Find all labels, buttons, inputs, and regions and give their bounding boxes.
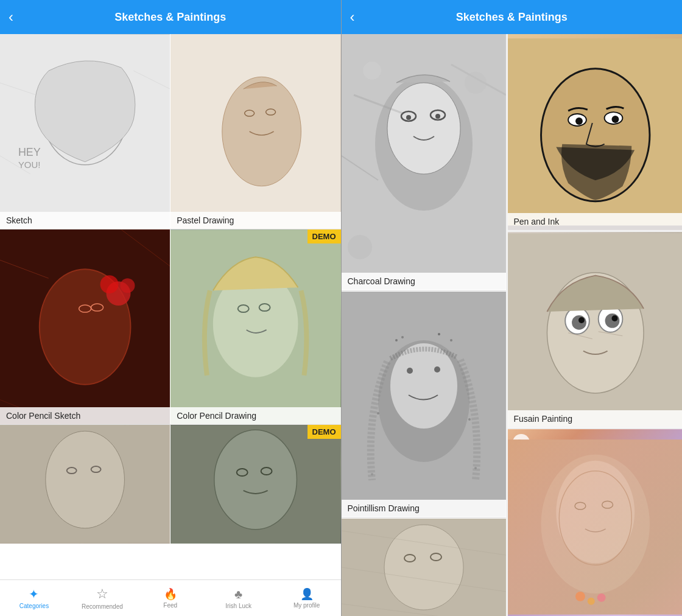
list-item[interactable]: DEMO <box>170 425 340 544</box>
list-item[interactable]: Fusain Painting <box>508 232 683 428</box>
item-label-cpencil: Color Pencil Drawing <box>170 407 340 424</box>
list-item[interactable]: ↻ <box>508 429 683 616</box>
list-item[interactable]: HEY YOU! Sketch <box>0 34 170 229</box>
item-label-sketch: Sketch <box>0 212 170 229</box>
right-scroll-area: Charcoal Drawing <box>342 34 683 616</box>
irish-luck-icon: ♣ <box>234 587 242 601</box>
right-header: ‹ Sketches & Paintings <box>342 0 683 34</box>
item-label-charcoal: Charcoal Drawing <box>342 273 506 290</box>
right-side-column: Pen and Ink <box>508 34 683 616</box>
list-item[interactable]: Pen and Ink <box>508 34 683 230</box>
tab-categories[interactable]: ✦ Categories <box>0 580 68 616</box>
svg-point-41 <box>435 114 440 119</box>
recommended-icon: ☆ <box>96 586 108 602</box>
profile-tab-label: My profile <box>294 602 320 609</box>
right-content: Charcoal Drawing <box>342 34 683 616</box>
left-panel: ‹ Sketches & Paintings HEY YOU! <box>0 0 341 616</box>
left-row-1: HEY YOU! Sketch <box>0 34 341 229</box>
svg-point-72 <box>575 117 583 125</box>
svg-point-28 <box>46 431 125 528</box>
feed-icon: 🔥 <box>164 587 177 601</box>
item-label-pastel: Pastel Drawing <box>170 212 340 229</box>
svg-point-73 <box>611 116 619 123</box>
left-header: ‹ Sketches & Paintings <box>0 0 341 34</box>
tab-feed[interactable]: 🔥 Feed <box>136 580 205 616</box>
svg-point-40 <box>406 115 411 120</box>
right-main-column: Charcoal Drawing <box>342 34 506 616</box>
svg-point-62 <box>384 525 463 610</box>
svg-point-78 <box>572 315 586 330</box>
left-row-2: Color Pencil Sketch DEMO <box>0 229 341 424</box>
list-item[interactable]: DEMO Color Pencil Drawing <box>170 229 340 424</box>
left-row-3: DEMO <box>0 425 341 544</box>
svg-point-17 <box>120 278 135 293</box>
list-item[interactable]: Charcoal Drawing <box>342 34 506 290</box>
right-back-button[interactable]: ‹ <box>350 9 355 26</box>
svg-text:YOU!: YOU! <box>18 159 41 170</box>
left-grid: HEY YOU! Sketch <box>0 34 341 544</box>
svg-point-93 <box>597 593 605 602</box>
list-item[interactable]: Pastel Drawing <box>170 34 340 229</box>
item-label-colorsketch: Color Pencil Sketch <box>0 407 170 424</box>
right-header-title: Sketches & Paintings <box>456 11 568 24</box>
svg-point-55 <box>438 333 440 335</box>
tab-recommended[interactable]: ☆ Recommended <box>68 580 136 616</box>
tab-irish-luck[interactable]: ♣ Irish Luck <box>205 580 273 616</box>
tab-my-profile[interactable]: 👤 My profile <box>273 580 341 616</box>
list-item[interactable]: Color Pencil Sketch <box>0 229 170 424</box>
svg-point-80 <box>578 317 584 323</box>
demo-badge: DEMO <box>308 425 341 439</box>
demo-badge: DEMO <box>308 229 341 243</box>
svg-point-92 <box>587 598 594 605</box>
svg-point-16 <box>100 275 119 293</box>
list-item[interactable] <box>0 425 170 544</box>
right-panel: ‹ Sketches & Paintings <box>342 0 683 616</box>
feed-tab-label: Feed <box>163 602 177 609</box>
svg-point-79 <box>605 313 619 328</box>
recommended-tab-label: Recommended <box>82 603 123 610</box>
svg-rect-87 <box>508 439 683 614</box>
svg-point-56 <box>450 339 452 341</box>
svg-point-58 <box>468 418 471 421</box>
item-label-pointillism: Pointillism Drawing <box>342 500 506 517</box>
left-back-button[interactable]: ‹ <box>9 9 13 26</box>
svg-point-37 <box>387 83 460 174</box>
item-label-penink: Pen and Ink <box>508 213 683 230</box>
profile-icon: 👤 <box>300 587 314 601</box>
categories-icon: ✦ <box>29 587 39 601</box>
list-item[interactable]: Pointillism Drawing <box>342 292 506 517</box>
svg-point-51 <box>407 368 413 374</box>
irish-luck-tab-label: Irish Luck <box>225 603 251 609</box>
left-header-title: Sketches & Paintings <box>114 11 226 24</box>
categories-tab-label: Categories <box>19 603 49 609</box>
svg-point-81 <box>611 315 617 321</box>
svg-point-46 <box>465 72 487 94</box>
svg-point-54 <box>401 336 404 338</box>
left-tab-bar: ✦ Categories ☆ Recommended 🔥 Feed ♣ Iris… <box>0 579 341 616</box>
svg-point-53 <box>395 339 398 341</box>
svg-point-52 <box>434 366 440 373</box>
svg-point-91 <box>575 592 585 601</box>
svg-point-10 <box>222 77 301 186</box>
svg-point-47 <box>348 235 372 259</box>
left-scroll-area: HEY YOU! Sketch <box>0 34 341 579</box>
svg-point-32 <box>214 430 297 530</box>
item-label-fusain: Fusain Painting <box>508 410 683 427</box>
svg-point-45 <box>363 61 381 80</box>
svg-point-57 <box>377 412 379 415</box>
svg-text:HEY: HEY <box>18 146 41 158</box>
list-item[interactable] <box>342 519 506 616</box>
